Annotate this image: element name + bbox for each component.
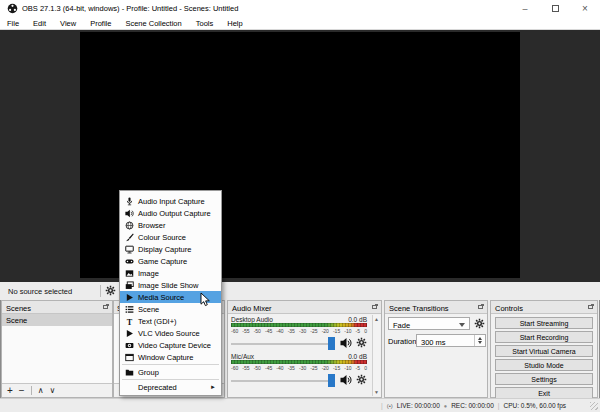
scenes-panel-header[interactable]: Scenes (2, 301, 112, 314)
menu-item-label: Video Capture Device (138, 341, 211, 350)
float-panel-icon[interactable] (478, 305, 483, 309)
menu-item-audio-output-capture[interactable]: Audio Output Capture (120, 207, 221, 219)
volume-meter (231, 323, 367, 327)
float-panel-icon[interactable] (103, 305, 108, 309)
menu-help[interactable]: Help (220, 19, 249, 28)
spin-down-icon[interactable] (478, 341, 482, 344)
float-panel-icon[interactable] (588, 305, 593, 309)
scene-item-label: Scene (6, 316, 27, 325)
menu-item-window-capture[interactable]: Window Capture (120, 351, 221, 363)
menu-item-label: VLC Video Source (138, 329, 200, 338)
volume-slider-handle[interactable] (328, 337, 335, 350)
remove-scene-button[interactable]: − (19, 386, 25, 396)
globe-icon (124, 220, 134, 230)
start-virtual-camera-button[interactable]: Start Virtual Camera (495, 345, 593, 357)
chevron-down-icon (459, 323, 465, 327)
meter-scale: -60-55-50-45-40-35-30-25-20-15-10-50 (231, 328, 367, 334)
maximize-button[interactable] (540, 0, 570, 17)
no-source-selected-label: No source selected (8, 287, 72, 296)
start-streaming-button[interactable]: Start Streaming (495, 317, 593, 329)
menu-item-browser[interactable]: Browser (120, 219, 221, 231)
obs-window: OBS 27.1.3 (64-bit, windows) - Profile: … (0, 0, 600, 412)
menu-file[interactable]: File (0, 19, 26, 28)
menu-edit[interactable]: Edit (26, 19, 53, 28)
menu-item-label: Image Slide Show (138, 281, 198, 290)
start-recording-button[interactable]: Start Recording (495, 331, 593, 343)
scene-list-item[interactable]: Scene (2, 314, 112, 326)
menu-item-label: Audio Output Capture (138, 209, 211, 218)
display-icon (124, 244, 134, 254)
spin-up-icon[interactable] (478, 337, 482, 340)
close-icon: × (582, 3, 588, 14)
channel-settings-gear-icon[interactable] (356, 337, 367, 348)
menu-item-label: Browser (138, 221, 166, 230)
volume-slider-handle[interactable] (328, 374, 335, 387)
blank-icon (124, 382, 134, 392)
scroll-down-icon[interactable]: ▼ (373, 389, 380, 395)
menu-item-image-slide-show[interactable]: Image Slide Show (120, 279, 221, 291)
channel-settings-gear-icon[interactable] (356, 374, 367, 385)
title-bar: OBS 27.1.3 (64-bit, windows) - Profile: … (0, 0, 600, 17)
menu-item-deprecated[interactable]: Deprecated ► (120, 381, 221, 393)
menu-view[interactable]: View (53, 19, 83, 28)
scene-transitions-header[interactable]: Scene Transitions (385, 301, 487, 314)
duration-value: 300 ms (421, 338, 446, 347)
menu-scene-collection[interactable]: Scene Collection (118, 19, 188, 28)
menu-bar: File Edit View Profile Scene Collection … (0, 17, 600, 30)
menu-item-label: Deprecated (138, 383, 177, 392)
menu-item-vlc-video-source[interactable]: VLC Video Source (120, 327, 221, 339)
menu-item-game-capture[interactable]: Game Capture (120, 255, 221, 267)
mute-speaker-icon[interactable] (340, 337, 352, 349)
transition-select[interactable]: Fade (388, 317, 470, 330)
window-title: OBS 27.1.3 (64-bit, windows) - Profile: … (22, 4, 238, 13)
close-button[interactable]: × (570, 0, 600, 17)
meter-scale: -60-55-50-45-40-35-30-25-20-15-10-50 (231, 365, 367, 371)
controls-header[interactable]: Controls (491, 301, 597, 314)
scenes-panel-title: Scenes (6, 304, 31, 313)
menu-profile[interactable]: Profile (83, 19, 118, 28)
window-icon (124, 352, 134, 362)
float-panel-icon[interactable] (372, 305, 377, 309)
mute-speaker-icon[interactable] (340, 374, 352, 386)
transition-selected-value: Fade (393, 321, 410, 330)
menu-tools[interactable]: Tools (189, 19, 221, 28)
microphone-icon (124, 196, 134, 206)
menu-separator (122, 364, 219, 365)
camera-icon (124, 340, 134, 350)
menu-item-label: Colour Source (138, 233, 186, 242)
menu-item-audio-input-capture[interactable]: Audio Input Capture (120, 195, 221, 207)
play-icon (124, 292, 134, 302)
scroll-up-icon[interactable]: ▲ (373, 316, 380, 322)
rec-dot-icon: ● (444, 403, 447, 409)
menu-item-label: Image (138, 269, 159, 278)
menu-item-group[interactable]: Group (120, 366, 221, 378)
move-scene-up-button[interactable]: ∧ (38, 386, 44, 396)
volume-slider-track[interactable] (231, 380, 328, 382)
live-time: LIVE: 00:00:00 (397, 402, 440, 409)
move-scene-down-button[interactable]: ∨ (50, 386, 56, 396)
mixer-channel-desktop-audio: Desktop Audio 0.0 dB -60-55-50-45-40-35-… (228, 315, 371, 352)
cpu-fps-stats: CPU: 0.5%, 60.00 fps (504, 402, 567, 409)
studio-mode-button[interactable]: Studio Mode (495, 359, 593, 371)
menu-item-text-gdi[interactable]: T Text (GDI+) (120, 315, 221, 327)
menu-item-display-capture[interactable]: Display Capture (120, 243, 221, 255)
minimize-button[interactable]: – (510, 0, 540, 17)
duration-spinbox[interactable]: 300 ms (416, 334, 486, 347)
menu-item-colour-source[interactable]: Colour Source (120, 231, 221, 243)
submenu-arrow-icon: ► (210, 384, 216, 390)
volume-slider-track[interactable] (231, 343, 328, 345)
resize-grip[interactable] (590, 402, 598, 410)
menu-item-image[interactable]: Image (120, 267, 221, 279)
play-icon (124, 328, 134, 338)
menu-item-video-capture-device[interactable]: Video Capture Device (120, 339, 221, 351)
add-scene-button[interactable]: + (7, 386, 13, 396)
spinner-buttons[interactable] (474, 335, 485, 346)
transition-settings-gear-icon[interactable] (474, 318, 485, 329)
mixer-scrollbar[interactable]: ▲ ▼ (372, 315, 380, 396)
settings-button[interactable]: Settings (495, 373, 593, 385)
menu-separator (122, 379, 219, 380)
volume-slider-row (228, 335, 371, 351)
audio-mixer-header[interactable]: Audio Mixer (228, 301, 381, 314)
source-context-toolbar: No source selected (0, 282, 600, 300)
source-properties-gear-icon[interactable] (105, 285, 116, 296)
